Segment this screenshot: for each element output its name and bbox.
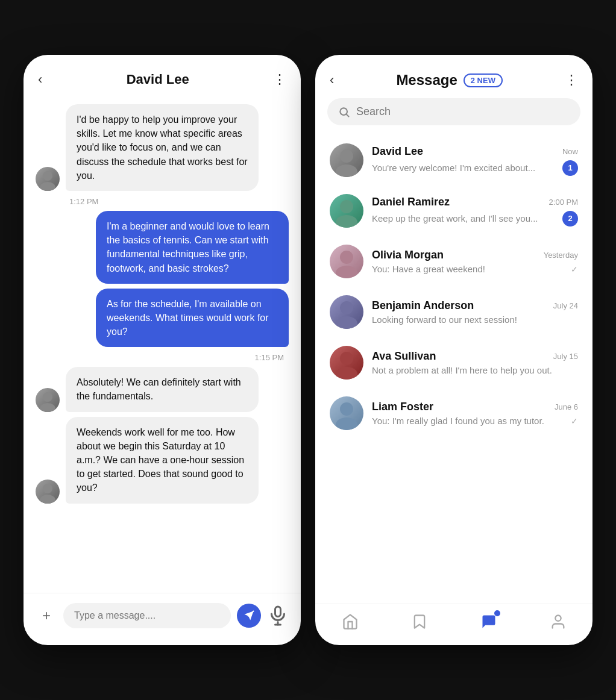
contact-name: Ava Sullivan (372, 350, 436, 363)
conversation-item[interactable]: Daniel Ramirez 2:00 PM Keep up the great… (320, 186, 588, 236)
conversation-name-row: Daniel Ramirez 2:00 PM (372, 196, 578, 208)
message-input[interactable] (63, 603, 231, 628)
avatar (36, 480, 60, 504)
svg-point-18 (336, 266, 357, 278)
person-icon (549, 613, 567, 631)
back-button[interactable]: ‹ (38, 72, 42, 87)
messages-phone: ‹ Message 2 NEW ⋮ (315, 55, 592, 645)
preview-row: Looking forward to our next session! (372, 314, 578, 325)
message-time: July 24 (553, 301, 578, 310)
avatar (36, 167, 60, 191)
message-preview: Not a problem at all! I'm here to help y… (372, 365, 578, 375)
message-row: Weekends work well for me too. How about… (36, 417, 289, 504)
conversation-content: Benjamin Anderson July 24 Looking forwar… (372, 299, 578, 325)
back-button[interactable]: ‹ (330, 72, 334, 88)
message-row: As for the schedule, I'm available on we… (36, 289, 289, 348)
nav-profile[interactable] (549, 613, 567, 631)
svg-point-19 (340, 301, 353, 314)
conversation-item[interactable]: Liam Foster June 6 You: I'm really glad … (320, 388, 588, 439)
message-time: July 15 (553, 352, 578, 361)
conversation-item[interactable]: Olivia Morgan Yesterday You: Have a grea… (320, 236, 588, 287)
avatar (330, 245, 363, 278)
svg-rect-8 (275, 607, 281, 617)
message-bubble-received: Weekends work well for me too. How about… (66, 417, 259, 504)
svg-marker-7 (245, 611, 254, 620)
preview-row: You're very welcome! I'm excited about..… (372, 160, 578, 176)
message-row: I'd be happy to help you improve your sk… (36, 104, 289, 191)
unread-count: 2 (562, 211, 578, 227)
messages-header: ‹ Message 2 NEW ⋮ (315, 55, 592, 96)
svg-line-12 (347, 114, 349, 116)
svg-point-20 (336, 316, 357, 329)
message-preview: Keep up the great work, and I'll see you… (372, 213, 558, 223)
conversation-content: Liam Foster June 6 You: I'm really glad … (372, 401, 578, 426)
avatar (36, 388, 60, 412)
svg-point-16 (336, 215, 357, 228)
more-options-button[interactable]: ⋮ (565, 72, 578, 88)
svg-point-15 (340, 200, 353, 213)
nav-bookmark[interactable] (410, 613, 429, 631)
contact-name: Olivia Morgan (372, 249, 444, 261)
message-bubble-sent: I'm a beginner and would love to learn t… (96, 211, 289, 284)
message-bubble-sent: As for the schedule, I'm available on we… (96, 289, 289, 348)
search-bar-wrapper (315, 96, 592, 135)
header-center: Message 2 NEW (396, 72, 503, 89)
phones-container: ‹ David Lee ⋮ I'd be happy to help you i… (24, 55, 592, 645)
svg-point-2 (43, 392, 52, 402)
message-time: Yesterday (544, 251, 578, 260)
message-bubble-received: Absolutely! We can definitely start with… (66, 367, 259, 411)
message-icon (480, 613, 498, 631)
conversation-content: Ava Sullivan July 15 Not a problem at al… (372, 350, 578, 375)
message-preview: You: Have a great weekend! (372, 264, 566, 274)
contact-name: Liam Foster (372, 401, 433, 413)
conversation-content: Olivia Morgan Yesterday You: Have a grea… (372, 249, 578, 274)
message-bubble-received: I'd be happy to help you improve your sk… (66, 104, 259, 191)
message-preview: You: I'm really glad I found you as my t… (372, 416, 566, 426)
contact-name: Daniel Ramirez (372, 196, 450, 208)
search-input[interactable] (356, 105, 570, 118)
bookmark-icon (410, 613, 429, 631)
page-title: Message (396, 72, 457, 89)
preview-row: You: Have a great weekend! ✓ (372, 264, 578, 274)
conversation-name-row: Benjamin Anderson July 24 (372, 299, 578, 312)
avatar (330, 143, 363, 177)
preview-row: Keep up the great work, and I'll see you… (372, 211, 578, 227)
conversation-name-row: David Lee Now (372, 145, 578, 158)
nav-home[interactable] (341, 613, 359, 631)
contact-name: Benjamin Anderson (372, 299, 474, 312)
message-preview: You're very welcome! I'm excited about..… (372, 163, 558, 173)
conversation-content: Daniel Ramirez 2:00 PM Keep up the great… (372, 196, 578, 227)
svg-point-3 (40, 403, 55, 412)
message-preview: Looking forward to our next session! (372, 314, 578, 325)
new-badge: 2 NEW (464, 73, 503, 87)
avatar (330, 194, 363, 228)
svg-point-4 (43, 484, 52, 493)
chat-phone: ‹ David Lee ⋮ I'd be happy to help you i… (24, 55, 301, 645)
svg-point-5 (40, 495, 55, 504)
conversation-name-row: Liam Foster June 6 (372, 401, 578, 413)
svg-point-25 (555, 616, 561, 621)
more-options-button[interactable]: ⋮ (273, 72, 286, 87)
message-row: Absolutely! We can definitely start with… (36, 367, 289, 411)
search-icon (338, 106, 350, 118)
conversation-item[interactable]: Ava Sullivan July 15 Not a problem at al… (320, 337, 588, 388)
avatar (330, 396, 363, 430)
mic-button[interactable] (267, 605, 289, 627)
read-check-icon: ✓ (571, 264, 578, 274)
svg-point-22 (336, 367, 357, 380)
message-time: 1:15 PM (36, 353, 284, 362)
conversation-content: David Lee Now You're very welcome! I'm e… (372, 145, 578, 176)
message-time: 1:12 PM (69, 197, 289, 206)
nav-message[interactable] (480, 613, 498, 631)
preview-row: Not a problem at all! I'm here to help y… (372, 365, 578, 375)
home-icon (341, 613, 359, 631)
conversation-item[interactable]: David Lee Now You're very welcome! I'm e… (320, 135, 588, 186)
svg-point-14 (336, 164, 357, 177)
attach-button[interactable]: + (36, 605, 57, 627)
chat-header: ‹ David Lee ⋮ (24, 55, 301, 97)
svg-point-13 (340, 149, 353, 163)
conversation-item[interactable]: Benjamin Anderson July 24 Looking forwar… (320, 287, 588, 337)
search-bar[interactable] (327, 98, 580, 125)
send-button[interactable] (237, 604, 261, 628)
chat-input-area: + (24, 593, 301, 645)
